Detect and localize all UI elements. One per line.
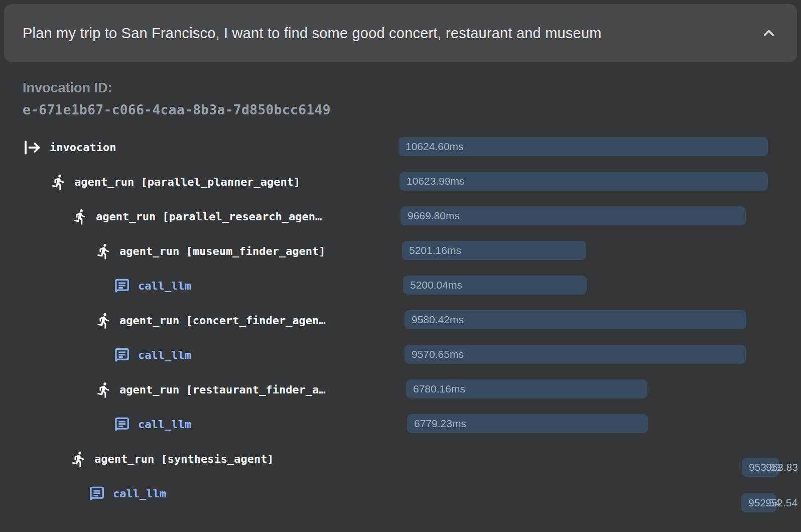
- span-label: agent_run [museum_finder_agent]: [119, 245, 326, 257]
- trace-row[interactable]: agent_run [restaurant_finder_a… 6780.16m…: [0, 372, 801, 407]
- trace-row[interactable]: agent_run [synthesis_agent] 953.83 953.8…: [0, 442, 801, 476]
- span-label: invocation: [50, 141, 116, 154]
- trace-row[interactable]: invocation 10624.60ms: [0, 130, 801, 165]
- span-label: call_llm: [138, 349, 191, 361]
- invocation-id-value: e-671e1b67-c066-4caa-8b3a-7d850bcc6149: [23, 101, 331, 118]
- trace-tree: invocation 10624.60ms agent_run [paralle…: [0, 130, 801, 511]
- user-query-bar[interactable]: Plan my trip to San Francisco, I want to…: [4, 4, 797, 62]
- agent-run-icon: [95, 242, 112, 260]
- trace-row[interactable]: call_llm 952.54 952.54: [0, 476, 801, 511]
- trace-row[interactable]: agent_run [concert_finder_agen… 9580.42m…: [0, 303, 801, 338]
- span-label: call_llm: [138, 418, 191, 431]
- agent-run-icon: [95, 312, 112, 330]
- invocation-meta: Invocation ID: e-671e1b67-c066-4caa-8b3a…: [23, 79, 331, 118]
- span-label: agent_run [parallel_research_agen…: [96, 210, 322, 223]
- chat-icon: [113, 277, 131, 295]
- chat-icon: [113, 346, 131, 364]
- user-query-text: Plan my trip to San Francisco, I want to…: [23, 25, 614, 42]
- agent-run-icon: [70, 450, 87, 468]
- span-label: call_llm: [113, 487, 166, 500]
- trace-row[interactable]: agent_run [museum_finder_agent] 5201.16m…: [0, 234, 801, 269]
- span-label: call_llm: [138, 280, 191, 292]
- agent-run-icon: [95, 381, 112, 399]
- span-label: agent_run [concert_finder_agen…: [119, 314, 326, 327]
- span-label: agent_run [parallel_planner_agent]: [74, 176, 300, 188]
- chat-icon: [113, 416, 131, 434]
- invocation-id-label: Invocation ID:: [23, 79, 331, 96]
- chevron-up-icon[interactable]: [760, 24, 778, 42]
- span-label: agent_run [restaurant_finder_a…: [119, 383, 326, 396]
- trace-row[interactable]: agent_run [parallel_planner_agent] 10623…: [0, 165, 801, 199]
- start-arrow-icon: [23, 140, 43, 156]
- trace-row[interactable]: call_llm 9570.65ms: [0, 338, 801, 372]
- trace-row[interactable]: call_llm 6779.23ms: [0, 407, 801, 442]
- trace-row[interactable]: call_llm 5200.04ms: [0, 269, 801, 303]
- span-label: agent_run [synthesis_agent]: [94, 453, 274, 465]
- agent-run-icon: [50, 173, 67, 191]
- trace-panel: Plan my trip to San Francisco, I want to…: [0, 0, 801, 532]
- trace-row[interactable]: agent_run [parallel_research_agen… 9669.…: [0, 199, 801, 234]
- agent-run-icon: [72, 208, 89, 226]
- chat-icon: [88, 485, 106, 503]
